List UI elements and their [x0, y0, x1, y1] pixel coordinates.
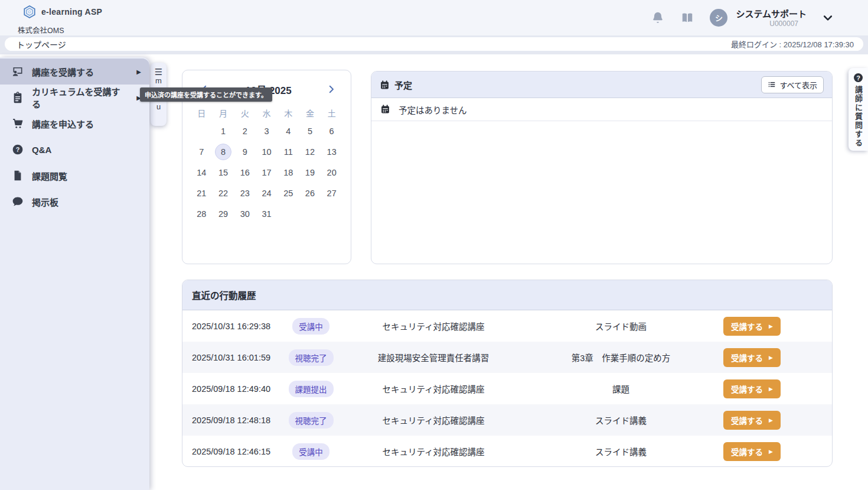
calendar-day[interactable]: 4	[278, 121, 299, 141]
calendar-day[interactable]: 14	[191, 162, 213, 183]
avatar[interactable]: シ	[710, 9, 727, 27]
show-all-button[interactable]: すべて表示	[761, 76, 824, 93]
cart-icon	[12, 118, 24, 129]
attend-button[interactable]: 受講する▶	[723, 411, 781, 430]
calendar-day[interactable]: 1	[213, 121, 234, 141]
arrow-right-icon: ▶	[769, 417, 773, 423]
schedule-empty-message: 予定はありません	[399, 103, 467, 116]
calendar-day[interactable]: 9	[234, 141, 256, 162]
calendar-day[interactable]: 17	[256, 162, 278, 183]
calendar-day[interactable]: 5	[299, 121, 321, 141]
arrow-right-icon: ▶	[769, 449, 773, 455]
table-row: 2025/10/31 16:01:59 視聴完了 建設現場安全管理責任者講習 第…	[182, 342, 832, 373]
calendar-day[interactable]: 19	[299, 162, 321, 183]
calendar-day[interactable]: 23	[234, 183, 256, 203]
table-row: 2025/09/18 12:48:18 視聴完了 セキュリティ対応確認講座 スラ…	[182, 404, 832, 436]
activity-item: スライド動画	[522, 320, 720, 332]
user-menu-toggle[interactable]	[822, 12, 834, 24]
calendar-day[interactable]: 7	[191, 141, 213, 162]
calendar-day[interactable]: 20	[321, 162, 342, 183]
schedule-panel: 予定 すべて表示 予定はありません	[371, 71, 833, 264]
calendar-day-empty	[278, 203, 299, 224]
calendar-day[interactable]: 11	[278, 141, 299, 162]
status-badge: 受講中	[292, 318, 329, 335]
calendar-day[interactable]: 15	[213, 162, 234, 183]
brand-logo[interactable]: e-learning ASP	[22, 5, 102, 19]
calendar-day[interactable]: 29	[213, 203, 234, 224]
calendar-day[interactable]: 12	[299, 141, 321, 162]
calendar-day[interactable]: 13	[321, 141, 342, 162]
breadcrumb-current[interactable]: トップページ	[17, 38, 66, 50]
document-icon	[12, 170, 24, 181]
attend-button[interactable]: 受講する▶	[723, 379, 781, 398]
activity-datetime: 2025/09/18 12:49:40	[182, 384, 277, 394]
calendar-day[interactable]: 27	[321, 183, 342, 203]
activity-course: セキュリティ対応確認講座	[345, 445, 522, 457]
calendar-day[interactable]: 8	[213, 141, 234, 162]
activity-course: セキュリティ対応確認講座	[345, 382, 522, 395]
calendar-day[interactable]: 10	[256, 141, 278, 162]
activity-item: スライド講義	[522, 414, 720, 426]
activity-item: 課題	[522, 382, 720, 395]
activity-item: スライド講義	[522, 445, 720, 457]
svg-text:?: ?	[16, 146, 20, 153]
calendar-day-empty	[321, 203, 342, 224]
sidebar-item-qa[interactable]: ? Q&A	[0, 137, 149, 163]
calendar-day[interactable]: 6	[321, 121, 342, 141]
chevron-right-icon	[326, 84, 337, 95]
calendar-next-button[interactable]	[326, 84, 338, 96]
sidebar-item-apply-course[interactable]: 講座を申込する	[0, 111, 149, 137]
last-login-text: 最終ログイン : 2025/12/08 17:39:30	[731, 38, 854, 50]
book-icon	[681, 11, 694, 24]
schedule-title: 予定	[394, 79, 412, 91]
calendar-day[interactable]: 22	[213, 183, 234, 203]
attend-label: 受講する	[731, 320, 763, 332]
table-row: 2025/09/18 12:49:40 課題提出 セキュリティ対応確認講座 課題…	[182, 373, 832, 404]
sidebar-item-assignments[interactable]: 課題閲覧	[0, 163, 149, 189]
calendar-day[interactable]: 16	[234, 162, 256, 183]
sidebar-item-board[interactable]: 掲示板	[0, 189, 149, 215]
recent-activity-table: 2025/10/31 16:29:38 受講中 セキュリティ対応確認講座 スライ…	[182, 310, 832, 467]
calendar-day[interactable]: 21	[191, 183, 213, 203]
library-button[interactable]	[680, 11, 694, 25]
submenu-arrow-icon: ▶	[136, 69, 141, 75]
menu-letter: m	[155, 77, 162, 86]
calendar-day-empty	[299, 203, 321, 224]
calendar-day-empty	[191, 121, 213, 141]
user-id: U000007	[769, 20, 798, 28]
calendar-day[interactable]: 28	[191, 203, 213, 224]
calendar-weekday: 日	[191, 106, 213, 121]
attend-button[interactable]: 受講する▶	[723, 442, 781, 461]
sidebar-item-take-course[interactable]: 講座を受講する ▶	[0, 59, 149, 85]
user-menu[interactable]: システムサポート U000007	[736, 7, 807, 28]
calendar-day[interactable]: 30	[234, 203, 256, 224]
recent-activity-title: 直近の行動履歴	[192, 288, 256, 301]
activity-course: セキュリティ対応確認講座	[345, 320, 522, 332]
calendar-weekday: 水	[256, 106, 278, 121]
calendar-weekday: 月	[213, 106, 234, 121]
notifications-button[interactable]	[651, 11, 665, 25]
attend-button[interactable]: 受講する▶	[723, 317, 781, 336]
question-circle-icon: ?	[854, 73, 863, 82]
ask-teacher-button[interactable]: ? 講師に質問する	[849, 68, 868, 151]
calendar-day[interactable]: 3	[256, 121, 278, 141]
calendar-weekday: 木	[278, 106, 299, 121]
calendar-day[interactable]: 18	[278, 162, 299, 183]
table-row: 2025/09/18 12:46:15 受講中 セキュリティ対応確認講座 スライ…	[182, 436, 832, 467]
calendar-day[interactable]: 26	[299, 183, 321, 203]
sidebar-item-label: 掲示板	[32, 196, 133, 208]
calendar-day[interactable]: 25	[278, 183, 299, 203]
calendar-day[interactable]: 31	[256, 203, 278, 224]
list-icon	[768, 80, 776, 89]
sidebar-item-take-curriculum[interactable]: カリキュラムを受講する ▶	[0, 85, 149, 111]
calendar-day[interactable]: 24	[256, 183, 278, 203]
clipboard-icon	[12, 92, 24, 103]
status-badge: 視聴完了	[289, 349, 334, 366]
calendar-day[interactable]: 2	[234, 121, 256, 141]
activity-course: 建設現場安全管理責任者講習	[345, 351, 522, 364]
attend-button[interactable]: 受講する▶	[723, 348, 781, 367]
calendar-weekday: 土	[321, 106, 342, 121]
arrow-right-icon: ▶	[769, 355, 773, 361]
activity-datetime: 2025/10/31 16:29:38	[182, 322, 277, 331]
hamburger-icon: ☰	[155, 67, 162, 77]
